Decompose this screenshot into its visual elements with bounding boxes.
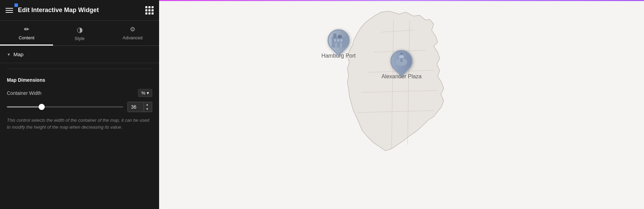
left-panel: Edit Interactive Map Widget ✏ Content ◑ … bbox=[0, 0, 159, 209]
svg-rect-7 bbox=[332, 37, 345, 48]
svg-rect-9 bbox=[338, 35, 342, 38]
slider-fill bbox=[7, 106, 42, 108]
pin-hamburg[interactable]: Hamburg Port bbox=[321, 29, 356, 59]
svg-point-17 bbox=[399, 55, 404, 58]
container-width-input[interactable] bbox=[128, 102, 144, 112]
germany-map bbox=[159, 0, 644, 209]
field-description: This control selects the width of the co… bbox=[0, 115, 159, 135]
spinner-up-button[interactable]: ▲ bbox=[144, 102, 150, 107]
style-tab-icon: ◑ bbox=[77, 26, 83, 34]
section-arrow-icon: ▼ bbox=[7, 52, 11, 57]
tab-content[interactable]: ✏ Content bbox=[0, 21, 53, 46]
tab-advanced[interactable]: ⚙ Advanced bbox=[106, 21, 159, 46]
svg-rect-12 bbox=[340, 39, 342, 41]
panel-title: Edit Interactive Map Widget bbox=[18, 7, 141, 14]
pin-alexander-bubble bbox=[386, 46, 417, 77]
container-width-row: Container Width % ▾ bbox=[0, 87, 159, 99]
svg-rect-8 bbox=[333, 33, 336, 38]
advanced-tab-icon: ⚙ bbox=[130, 26, 135, 33]
map-area: Hamburg Port Alexander Plaza bbox=[159, 0, 644, 209]
svg-rect-13 bbox=[335, 43, 337, 48]
hamburger-menu-icon[interactable] bbox=[6, 8, 13, 13]
pin-alexander[interactable]: Alexander Plaza bbox=[382, 50, 422, 80]
number-input-wrap: ▲ ▼ bbox=[127, 102, 152, 112]
notification-dot bbox=[14, 3, 18, 7]
tabs-bar: ✏ Content ◑ Style ⚙ Advanced bbox=[0, 21, 159, 46]
tab-style[interactable]: ◑ Style bbox=[53, 21, 106, 46]
unit-chevron-icon: ▾ bbox=[147, 90, 149, 96]
unit-selector[interactable]: % ▾ bbox=[138, 89, 152, 97]
germany-map-svg bbox=[159, 0, 644, 209]
svg-rect-10 bbox=[334, 39, 336, 41]
svg-rect-14 bbox=[340, 43, 342, 48]
content-tab-icon: ✏ bbox=[24, 26, 29, 33]
spinner-buttons: ▲ ▼ bbox=[144, 102, 150, 111]
slider-thumb[interactable] bbox=[39, 104, 45, 110]
divider bbox=[7, 69, 152, 69]
subsection-title: Map Dimensions bbox=[0, 74, 159, 87]
unit-value: % bbox=[141, 90, 145, 96]
spinner-down-button[interactable]: ▼ bbox=[144, 107, 150, 111]
svg-rect-11 bbox=[337, 39, 339, 41]
container-width-label: Container Width bbox=[7, 90, 41, 96]
panel-header: Edit Interactive Map Widget bbox=[0, 0, 159, 21]
app-grid-icon[interactable] bbox=[145, 6, 154, 14]
slider-row: ▲ ▼ bbox=[0, 99, 159, 115]
pin-hamburg-bubble bbox=[323, 25, 354, 56]
slider-track[interactable] bbox=[7, 106, 123, 108]
panel-content: ▼ Map Map Dimensions Container Width % ▾… bbox=[0, 46, 159, 209]
map-section-header[interactable]: ▼ Map bbox=[0, 46, 159, 63]
